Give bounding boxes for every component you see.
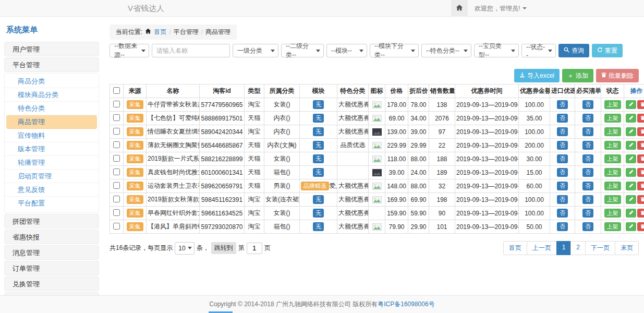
delete-button[interactable]: [637, 168, 644, 177]
status-badge[interactable]: 上架: [604, 222, 621, 231]
import-toggle-button[interactable]: 否: [557, 168, 568, 177]
edit-button[interactable]: [626, 127, 636, 136]
delete-button[interactable]: [637, 100, 644, 109]
sidebar-group[interactable]: 消息管理: [4, 245, 99, 260]
row-checkbox[interactable]: [113, 223, 120, 230]
sidebar-group[interactable]: 订单管理: [4, 261, 99, 275]
sidebar-item[interactable]: 商品管理: [6, 115, 97, 129]
must-buy-toggle-button[interactable]: 否: [582, 182, 593, 190]
edit-button[interactable]: [626, 195, 636, 204]
select-all-checkbox[interactable]: [113, 87, 120, 94]
delete-button[interactable]: [637, 127, 644, 136]
filter-select[interactable]: 一级分类: [233, 44, 278, 57]
import-toggle-button[interactable]: 否: [557, 141, 568, 150]
delete-button[interactable]: [637, 222, 644, 231]
pager-button[interactable]: 末页: [615, 241, 639, 255]
edit-button[interactable]: [626, 100, 636, 109]
jump-page-input[interactable]: [247, 243, 262, 254]
filter-select[interactable]: --数据来源--: [110, 44, 149, 57]
filter-select[interactable]: --二级分类--: [281, 44, 324, 57]
edit-button[interactable]: [626, 154, 636, 163]
edit-button[interactable]: [626, 168, 636, 177]
pager-button[interactable]: 首页: [503, 241, 527, 255]
row-checkbox[interactable]: [113, 155, 120, 162]
must-buy-toggle-button[interactable]: 否: [582, 154, 593, 163]
breadcrumb-home-link[interactable]: 首页: [154, 28, 166, 37]
row-checkbox[interactable]: [113, 101, 120, 107]
sidebar-item[interactable]: 特色分类: [5, 102, 99, 115]
user-menu[interactable]: 欢迎您，管理员!: [475, 4, 527, 13]
name-search-input[interactable]: [152, 44, 230, 57]
import-toggle-button[interactable]: 否: [557, 154, 568, 163]
status-badge[interactable]: 上架: [604, 209, 621, 218]
edit-button[interactable]: [626, 222, 636, 231]
import-excel-button[interactable]: 导入excel: [514, 69, 560, 82]
row-checkbox[interactable]: [113, 168, 120, 175]
status-badge[interactable]: 上架: [604, 168, 621, 177]
jump-to-button[interactable]: 跳转到: [211, 242, 236, 254]
delete-button[interactable]: [637, 182, 644, 190]
sidebar-group[interactable]: 平台管理: [4, 57, 99, 72]
row-checkbox[interactable]: [113, 141, 120, 148]
import-toggle-button[interactable]: 否: [557, 100, 568, 109]
delete-button[interactable]: [637, 154, 644, 163]
status-badge[interactable]: 上架: [604, 141, 621, 150]
status-badge[interactable]: 上架: [604, 127, 621, 136]
row-checkbox[interactable]: [113, 182, 120, 189]
sidebar-item[interactable]: 平台配置: [5, 197, 99, 210]
import-toggle-button[interactable]: 否: [557, 182, 568, 190]
batch-delete-button[interactable]: 批量删除: [596, 69, 639, 82]
must-buy-toggle-button[interactable]: 否: [582, 222, 593, 231]
sidebar-group[interactable]: 用户管理: [4, 42, 99, 56]
filter-select[interactable]: --模块--: [326, 44, 367, 57]
add-button[interactable]: ＋ 添加: [562, 69, 593, 82]
import-toggle-button[interactable]: 否: [557, 209, 568, 218]
row-checkbox[interactable]: [113, 196, 120, 202]
per-page-select[interactable]: 10: [175, 242, 194, 255]
search-button[interactable]: 查询: [558, 44, 589, 57]
status-badge[interactable]: 上架: [604, 182, 621, 190]
must-buy-toggle-button[interactable]: 否: [582, 195, 593, 204]
import-toggle-button[interactable]: 否: [557, 127, 568, 136]
row-checkbox[interactable]: [113, 114, 120, 121]
filter-select[interactable]: --宝贝类型--: [474, 44, 519, 57]
sidebar-item[interactable]: 启动页管理: [5, 170, 99, 183]
sidebar-item[interactable]: 商品分类: [5, 75, 99, 88]
edit-button[interactable]: [626, 209, 636, 218]
row-checkbox[interactable]: [113, 128, 120, 135]
edit-button[interactable]: [626, 141, 636, 150]
must-buy-toggle-button[interactable]: 否: [582, 100, 593, 109]
must-buy-toggle-button[interactable]: 否: [582, 141, 593, 150]
pager-button[interactable]: 2: [570, 241, 586, 255]
sidebar-group[interactable]: 省惠快报: [4, 230, 99, 244]
pager-button[interactable]: 下一页: [585, 241, 615, 255]
delete-button[interactable]: [637, 114, 644, 123]
filter-select[interactable]: --特色分类--: [421, 44, 471, 57]
row-checkbox[interactable]: [113, 209, 120, 216]
status-badge[interactable]: 上架: [604, 100, 621, 109]
import-toggle-button[interactable]: 否: [557, 195, 568, 204]
sidebar-item[interactable]: 意见反馈: [5, 183, 99, 197]
must-buy-toggle-button[interactable]: 否: [582, 168, 593, 177]
sidebar-group[interactable]: 兑换管理: [4, 276, 99, 291]
sidebar-group[interactable]: 拼团管理: [4, 214, 99, 228]
status-badge[interactable]: 上架: [604, 195, 621, 204]
import-toggle-button[interactable]: 否: [557, 114, 568, 123]
delete-button[interactable]: [637, 195, 644, 204]
import-toggle-button[interactable]: 否: [557, 222, 568, 231]
filter-select[interactable]: --状态--: [521, 44, 556, 57]
pager-button[interactable]: 1: [556, 241, 572, 255]
must-buy-toggle-button[interactable]: 否: [582, 114, 593, 123]
sidebar-item[interactable]: 版本管理: [5, 142, 99, 156]
sidebar-item[interactable]: 宣传物料: [5, 129, 99, 142]
edit-button[interactable]: [626, 182, 636, 190]
reset-button[interactable]: 重置: [592, 44, 623, 57]
delete-button[interactable]: [637, 209, 644, 218]
icp-link[interactable]: 粤ICP备16098006号: [378, 300, 434, 308]
status-badge[interactable]: 上架: [604, 154, 621, 163]
home-button[interactable]: [452, 0, 467, 17]
pager-button[interactable]: 上一页: [527, 241, 557, 255]
must-buy-toggle-button[interactable]: 否: [582, 127, 593, 136]
must-buy-toggle-button[interactable]: 否: [582, 209, 593, 218]
filter-select[interactable]: --模块下分类--: [370, 44, 419, 57]
